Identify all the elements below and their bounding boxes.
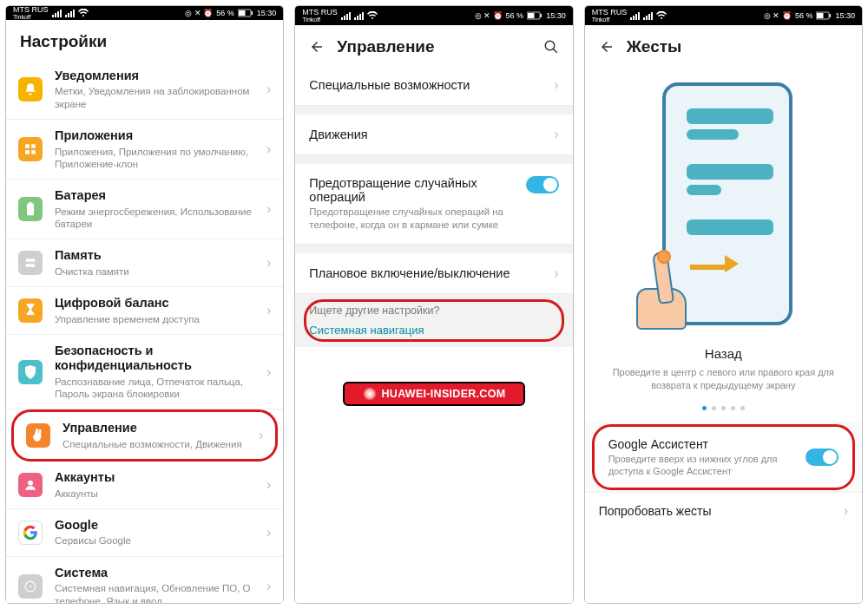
row-label: Попробовать жесты [599,504,838,518]
section-gap [295,106,572,115]
icons-cluster: ◎ ✕ ⏰ [185,9,213,17]
row-storage[interactable]: Память Очистка памяти › [6,239,283,287]
user-icon [18,473,43,497]
link-system-navigation[interactable]: Системная навигация [309,324,558,337]
chevron-right-icon: › [266,141,271,157]
toggle-switch[interactable] [806,449,838,466]
svg-rect-16 [541,14,542,17]
chevron-right-icon: › [266,201,271,217]
battery-text: 56 % [795,11,813,20]
chevron-right-icon: › [266,364,271,380]
row-system[interactable]: Система Системная навигация, Обновление … [6,557,283,604]
watermark-text: HUAWEI-INSIDER.COM [382,388,506,400]
time-text: 15:30 [546,11,566,20]
row-security[interactable]: Безопасность и конфиденциальность Распоз… [6,335,283,410]
row-title: Управление [62,421,253,435]
chevron-right-icon: › [554,265,558,281]
hourglass-icon [18,298,43,323]
time-text: 15:30 [835,11,855,20]
battery-icon [816,11,832,20]
signal-icon-2 [643,12,653,20]
status-bar: MTS RUS Tinkoff ◎ ✕ ⏰ 56 % 15:30 [585,6,862,25]
svg-rect-2 [251,11,253,15]
toggle-switch[interactable] [526,176,559,193]
row-smart-assistance[interactable]: Управление Специальные возможности, Движ… [11,409,278,462]
row-title: Система [55,566,261,580]
row-prevent-accidental[interactable]: Предотвращение случайных операций Предот… [295,164,572,245]
status-bar: MTS RUS Tinkoff ◎ ✕ ⏰ 56 % 15:30 [295,6,572,25]
screen-header: Настройки [6,20,283,60]
screenshot-management: MTS RUS Tinkoff ◎ ✕ ⏰ 56 % 15:30 Управле… [294,5,573,604]
signal-icon [630,12,640,20]
page-indicator[interactable] [702,406,745,410]
row-battery[interactable]: Батарея Режим энергосбережения, Использо… [6,180,283,239]
screen-header: Управление [295,25,572,65]
chat-bubble-graphic [687,185,721,195]
signal-icon-2 [65,10,75,17]
row-subtitle: Аккаунты [55,488,261,500]
page-title: Управление [337,37,434,56]
chat-bubble-graphic [687,164,773,180]
watermark-badge: HUAWEI-INSIDER.COM [343,382,525,406]
row-digital-balance[interactable]: Цифровой баланс Управление временем дост… [6,287,283,335]
wifi-icon [367,11,378,20]
hint-question: Ищете другие настройки? [309,304,558,317]
battery-icon [527,11,542,20]
row-title: Уведомления [55,69,261,83]
svg-point-13 [30,586,31,587]
row-subtitle: Метки, Уведомления на заблокированном эк… [55,85,261,110]
shield-icon [18,360,43,384]
svg-rect-5 [25,150,30,154]
row-try-gestures[interactable]: Попробовать жесты › [585,492,862,529]
carrier-name: MTS RUS [302,9,338,16]
row-sublabel: Проведите вверх из нижних углов для дост… [608,453,806,478]
gesture-description: Проведите в центр с левого или правого к… [610,366,836,392]
row-motions[interactable]: Движения › [295,115,572,155]
back-button[interactable] [599,39,615,55]
chevron-right-icon: › [266,255,271,271]
hand-icon [26,423,50,448]
svg-rect-9 [26,259,36,263]
svg-rect-1 [239,10,246,16]
chat-bubble-graphic [687,108,773,124]
chat-bubble-graphic [687,219,773,235]
row-apps[interactable]: Приложения Приложения, Приложения по умо… [6,120,283,180]
battery-icon [238,9,253,17]
row-label: Специальные возможности [309,78,549,92]
row-google[interactable]: Google Сервисы Google › [6,509,283,557]
carrier-name: MTS RUS [13,6,49,14]
section-gap [295,245,572,253]
row-title: Память [55,248,261,263]
chevron-right-icon: › [266,525,271,540]
wifi-icon [656,11,667,20]
back-button[interactable] [309,39,325,55]
svg-rect-7 [27,204,34,216]
row-subtitle: Приложения, Приложения по умолчанию, При… [55,146,261,171]
chevron-right-icon: › [554,77,558,93]
row-subtitle: Системная навигация, Обновление ПО, О те… [55,582,261,604]
signal-icon-2 [354,12,364,20]
chat-bubble-graphic [687,129,739,140]
bell-icon [18,77,43,102]
battery-text: 56 % [216,9,234,17]
row-scheduled-power[interactable]: Плановое включение/выключение › [295,253,572,294]
row-google-assistant[interactable]: Google Ассистент Проведите вверх из нижн… [592,424,855,491]
google-icon [18,521,43,545]
svg-rect-20 [817,13,824,18]
battery-icon [18,197,43,221]
gesture-illustration-area: Назад Проведите в центр с левого или пра… [585,65,862,422]
row-notifications[interactable]: Уведомления Метки, Уведомления на заблок… [6,60,283,120]
apps-icon [18,137,43,161]
icons-cluster: ◎ ✕ ⏰ [475,11,503,20]
row-title: Google [55,518,261,533]
search-button[interactable] [543,39,559,55]
svg-line-18 [553,49,557,53]
row-accounts[interactable]: Аккаунты Аккаунты › [6,462,283,509]
row-title: Батарея [55,188,261,203]
signal-icon [52,10,62,17]
row-accessibility[interactable]: Специальные возможности › [295,65,572,106]
page-title: Жесты [627,37,682,56]
row-title: Аккаунты [55,470,261,485]
storage-icon [18,251,43,275]
page-title: Настройки [20,32,107,51]
